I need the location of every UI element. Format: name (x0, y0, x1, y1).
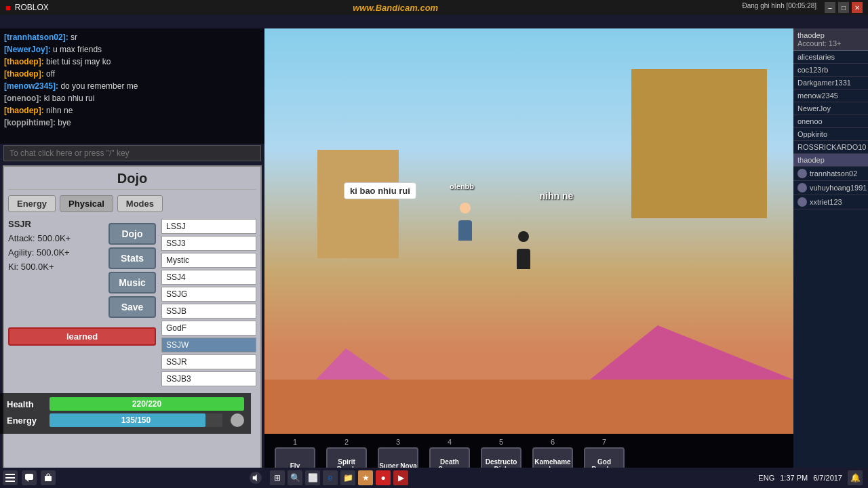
terrain-block-2 (631, 69, 767, 218)
player-icon-vuhuyhoang (797, 183, 807, 192)
chat-line-5: [menow2345]: do you remember me (4, 80, 260, 92)
player-oppkirito[interactable]: Oppkirito (793, 128, 868, 141)
chat-line-1: [trannhatson02]: sr (4, 31, 260, 43)
player-vuhuyhoang[interactable]: vuhuyhoang1991 (793, 181, 868, 195)
chat-line-3: [thaodep]: biet tui ssj may ko (4, 56, 260, 68)
minimize-button[interactable]: – (825, 2, 835, 13)
list-item-lssj[interactable]: LSSJ (161, 219, 256, 234)
volume-icon[interactable] (250, 472, 262, 484)
player-thaodep[interactable]: thaodep (793, 154, 868, 167)
start-button[interactable]: ⊞ (270, 470, 285, 485)
right-panel: thaodep Account: 13+ alicestaries coc123… (793, 28, 868, 488)
list-item-ssjb[interactable]: SSJB (161, 304, 256, 319)
svg-marker-6 (253, 474, 257, 481)
list-item-ssj3[interactable]: SSJ3 (161, 236, 256, 251)
list-item-ssj4[interactable]: SSJ4 (161, 270, 256, 285)
stat-agility: Agility: 500.0K+ (8, 247, 103, 258)
titlebar-watermark: www.Bandicam.com (353, 3, 438, 13)
taskbar-left: ⊞ 🔍 ⬜ e 📁 ★ ● ▶ (270, 470, 408, 485)
game-viewport[interactable]: ki bao nhiu rui nihn ne olenbb (264, 28, 793, 434)
dojo-stats: SSJR Attack: 500.0K+ Agility: 500.0K+ Ki… (8, 219, 103, 318)
taskbar-time: 1:37 PM (780, 474, 808, 482)
chat-input[interactable] (3, 145, 261, 161)
taskbar: ⊞ 🔍 ⬜ e 📁 ★ ● ▶ ENG 1:37 PM 6/7/2017 🔔 (264, 468, 868, 488)
music-button[interactable]: Music (108, 272, 156, 293)
titlebar: ■ ROBLOX www.Bandicam.com Đang ghi hình … (0, 0, 868, 15)
earned-button[interactable]: learned (8, 327, 156, 346)
side-buttons: Dojo Stats Music Save (108, 223, 156, 318)
svg-marker-4 (26, 480, 28, 482)
close-button[interactable]: ✕ (852, 2, 863, 13)
tab-modes[interactable]: Modes (117, 195, 163, 212)
chat-line-2: [NewerJoy]: u max friends (4, 43, 260, 56)
ie-icon[interactable]: e (323, 470, 338, 485)
energy-row: Energy 135/150 (7, 413, 244, 427)
tab-physical[interactable]: Physical (60, 195, 113, 212)
stats-button[interactable]: Stats (108, 247, 156, 269)
svg-rect-5 (45, 476, 52, 481)
player-coc123rb[interactable]: coc123rb (793, 64, 868, 77)
player-alicestaries[interactable]: alicestaries (793, 51, 868, 64)
player-xxtriet[interactable]: xxtriet123 (793, 195, 868, 209)
account-name: thaodep (797, 31, 864, 39)
list-item-ssjg[interactable]: SSJG (161, 287, 256, 302)
energy-label: Energy (7, 415, 44, 426)
list-item-ssjb3[interactable]: SSJB3 (161, 371, 256, 386)
chat-area: [trannhatson02]: sr [NewerJoy]: u max fr… (0, 28, 264, 144)
energy-bar-bg: 135/150 (50, 413, 222, 427)
player-onenoo[interactable]: onenoo (793, 115, 868, 128)
game-chat-plain-1: nihn ne (540, 190, 574, 201)
energy-orb (231, 413, 244, 427)
app-icon-2[interactable]: ● (376, 470, 391, 485)
titlebar-left: ■ ROBLOX (5, 3, 49, 13)
account-info: thaodep Account: 13+ (793, 28, 868, 51)
bottom-hud: Health 220/220 Energy 135/150 (0, 393, 251, 434)
dojo-panel: Dojo Energy Physical Modes SSJR Attack: … (3, 165, 262, 485)
list-item-mystic[interactable]: Mystic (161, 253, 256, 268)
taskbar-right: ENG 1:37 PM 6/7/2017 🔔 (758, 470, 863, 485)
chat-line-4: [thaodep]: off (4, 68, 260, 80)
tab-energy[interactable]: Energy (8, 195, 56, 212)
dojo-title: Dojo (8, 171, 256, 190)
titlebar-title: ROBLOX (15, 3, 49, 12)
player-sprite-1 (455, 203, 475, 237)
energy-value: 135/150 (121, 415, 151, 425)
search-taskbar[interactable]: 🔍 (288, 470, 302, 485)
sys-menu-icon[interactable] (3, 470, 18, 485)
sys-chat-icon[interactable] (22, 470, 37, 485)
health-row: Health 220/220 (7, 397, 244, 411)
task-view[interactable]: ⬜ (305, 470, 320, 485)
system-bar (0, 468, 264, 488)
dojo-tabs: Energy Physical Modes (8, 195, 256, 212)
chat-line-7: [thaodep]: nihn ne (4, 104, 260, 117)
player-icon-trannhatson (797, 169, 807, 178)
save-button[interactable]: Save (108, 296, 156, 318)
notification-icon[interactable]: 🔔 (848, 470, 863, 485)
player-darkgamer[interactable]: Darkgamer1331 (793, 77, 868, 89)
roblox-icon: ■ (5, 3, 11, 13)
app-icon-3[interactable]: ▶ (393, 470, 408, 485)
svg-rect-3 (25, 474, 33, 480)
game-chat-bubble-1: ki bao nhiu rui (344, 182, 416, 199)
app-icon-1[interactable]: ★ (358, 470, 373, 485)
sys-bag-icon[interactable] (41, 470, 56, 485)
svg-rect-0 (5, 474, 15, 475)
list-item-godf[interactable]: GodF (161, 321, 256, 336)
player-rossrickardo[interactable]: ROSSRICKARDO10 (793, 141, 868, 154)
taskbar-date: 6/7/2017 (813, 474, 842, 482)
svg-rect-2 (5, 481, 15, 482)
player-menow2345[interactable]: menow2345 (793, 89, 868, 102)
terrain-block-1 (317, 150, 399, 258)
sand-ground (264, 380, 793, 434)
player-newerjoy[interactable]: NewerJoy (793, 102, 868, 115)
player-trannhatson[interactable]: trannhatson02 (793, 167, 868, 181)
maximize-button[interactable]: □ (838, 2, 849, 13)
file-explorer[interactable]: 📁 (340, 470, 355, 485)
dojo-button[interactable]: Dojo (108, 223, 156, 245)
list-item-ssjw[interactable]: SSJW (161, 338, 256, 352)
list-item-ssjr[interactable]: SSJR (161, 354, 256, 369)
recording-label: Đang ghi hình [00:05:28] (742, 2, 816, 13)
health-value: 220/220 (132, 399, 161, 409)
stat-attack: Attack: 500.0K+ (8, 233, 103, 243)
titlebar-buttons: Đang ghi hình [00:05:28] – □ ✕ (742, 2, 863, 13)
